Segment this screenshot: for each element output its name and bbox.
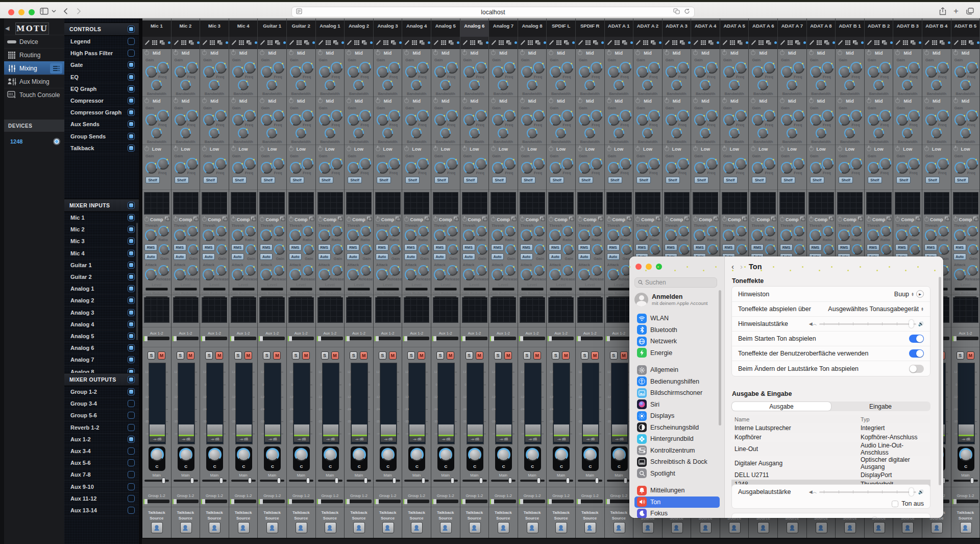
talkback-source-button[interactable] <box>816 522 827 533</box>
talkback-source-button[interactable] <box>469 522 481 533</box>
channel-active-dot[interactable] <box>514 41 517 44</box>
channel-header[interactable]: Mic 2 <box>172 20 200 37</box>
talkback-source-button[interactable] <box>527 522 538 533</box>
list-item-compressor-graph[interactable]: Compressor Graph <box>64 107 139 119</box>
slider-knob[interactable] <box>872 517 877 518</box>
gain-knob[interactable] <box>319 162 331 174</box>
edit-channel-icon[interactable] <box>693 40 699 45</box>
mute-button[interactable]: M <box>476 351 483 360</box>
eq-graph[interactable] <box>722 192 747 215</box>
list-item-checkbox[interactable] <box>128 145 135 152</box>
shelf-button[interactable]: Shelf <box>868 177 882 183</box>
group-send-thumb[interactable] <box>202 499 205 504</box>
talkback-source-button[interactable] <box>296 522 307 533</box>
settings-item-ton[interactable]: Ton <box>634 496 720 508</box>
solo-button[interactable]: S <box>610 351 618 360</box>
solo-button[interactable]: S <box>292 351 300 360</box>
main-fader[interactable] <box>404 480 429 482</box>
sidebar-chevron-icon[interactable] <box>52 7 56 16</box>
pan-knob[interactable] <box>612 448 626 461</box>
channel-active-dot[interactable] <box>919 41 921 44</box>
group-send-fader[interactable] <box>346 500 372 503</box>
list-item-checkbox[interactable] <box>128 412 135 419</box>
ratio-knob[interactable] <box>360 226 371 236</box>
play-sound-button[interactable]: ▶ <box>916 290 924 298</box>
eq-graph[interactable] <box>404 192 429 215</box>
settings-main-scrollbar[interactable] <box>939 277 941 485</box>
bandwidth-knob[interactable] <box>209 80 219 90</box>
freq-knob[interactable] <box>186 62 198 74</box>
thresh-knob[interactable] <box>896 229 908 241</box>
eq-graph[interactable] <box>808 192 834 215</box>
gain-knob[interactable] <box>925 66 937 78</box>
freq-knob[interactable] <box>331 158 342 170</box>
release-knob[interactable] <box>389 265 400 276</box>
aux-send-thumb[interactable] <box>433 336 436 341</box>
slider-knob[interactable] <box>909 320 914 328</box>
freq-knob[interactable] <box>966 62 978 74</box>
gain-knob[interactable] <box>405 66 417 78</box>
settings-item-schreibtisch-dock[interactable]: Schreibtisch & Dock <box>634 456 720 468</box>
group-send-thumb[interactable] <box>520 499 523 504</box>
gain-knob[interactable] <box>232 162 244 174</box>
routing-matrix-icon[interactable] <box>411 40 418 45</box>
settings-item-mitteilungen[interactable]: Mitteilungen <box>634 485 720 496</box>
comp-gain-knob[interactable] <box>737 244 747 255</box>
fader-handle[interactable]: -∞ dB <box>554 424 569 442</box>
mute-button[interactable]: M <box>447 351 454 360</box>
channel-header[interactable]: Analog 2 <box>345 20 373 37</box>
gain-knob[interactable] <box>694 66 706 78</box>
rms-button[interactable]: RMS <box>578 244 591 251</box>
channel-header[interactable]: Guitar 1 <box>258 20 286 37</box>
list-item-eq[interactable]: EQ <box>64 72 139 83</box>
pan-knob[interactable] <box>324 448 337 461</box>
rms-button[interactable]: RMS <box>549 244 561 251</box>
pan-control[interactable]: C <box>553 446 570 471</box>
shelf-button[interactable]: Shelf <box>636 177 651 183</box>
gain-knob[interactable] <box>232 114 244 126</box>
thresh-knob[interactable] <box>607 229 619 241</box>
group-send-fader[interactable] <box>173 500 199 503</box>
close-window-button[interactable] <box>8 9 14 15</box>
freq-knob[interactable] <box>359 110 371 122</box>
edit-channel-icon[interactable] <box>491 40 497 45</box>
routing-matrix-icon[interactable] <box>556 40 562 45</box>
gain-knob[interactable] <box>781 114 793 126</box>
level-fader[interactable]: 120-12-24-35-∞-∞ dB <box>322 363 339 444</box>
freq-knob[interactable] <box>822 110 834 122</box>
aux-send-fader[interactable] <box>606 337 632 340</box>
list-item-checkbox[interactable] <box>128 356 135 363</box>
shelf-button[interactable]: Shelf <box>203 177 217 183</box>
main-fader-thumb[interactable] <box>422 478 425 484</box>
pan-knob[interactable] <box>410 448 424 461</box>
ratio-knob[interactable] <box>938 226 949 236</box>
channel-header[interactable]: ADAT A 6 <box>749 20 777 37</box>
routing-matrix-icon[interactable] <box>874 40 880 45</box>
gain-knob[interactable] <box>377 162 388 174</box>
shelf-button[interactable]: Shelf <box>405 177 420 183</box>
release-knob[interactable] <box>187 265 198 276</box>
list-item-aux-5-6[interactable]: Aux 5-6 <box>64 457 139 469</box>
auto-button[interactable]: Auto <box>174 253 186 260</box>
main-fader[interactable] <box>260 480 284 482</box>
freq-knob[interactable] <box>620 62 631 74</box>
talkback-source-button[interactable] <box>642 522 654 533</box>
sidebar-item-aux-mixing[interactable]: Aux Mixing <box>4 75 64 88</box>
talkback-source-button[interactable] <box>353 522 365 533</box>
bandwidth-knob[interactable] <box>584 80 595 90</box>
freq-knob[interactable] <box>764 158 775 170</box>
gain-knob[interactable] <box>896 114 908 126</box>
group-send-thumb[interactable] <box>347 499 350 504</box>
edit-channel-icon[interactable] <box>578 40 583 45</box>
gain-knob[interactable] <box>868 66 879 78</box>
pan-control[interactable]: C <box>408 446 425 471</box>
gain-knob[interactable] <box>145 66 157 78</box>
ratio-knob[interactable] <box>794 226 804 236</box>
release-knob[interactable] <box>418 265 429 276</box>
thresh-knob[interactable] <box>954 229 966 241</box>
shelf-button[interactable]: Shelf <box>550 177 564 183</box>
list-item-checkbox[interactable] <box>128 507 135 514</box>
level-fader[interactable]: 120-12-24-35-∞-∞ dB <box>958 363 975 444</box>
comp-gain-knob[interactable] <box>707 244 718 255</box>
freq-knob[interactable] <box>244 62 256 74</box>
